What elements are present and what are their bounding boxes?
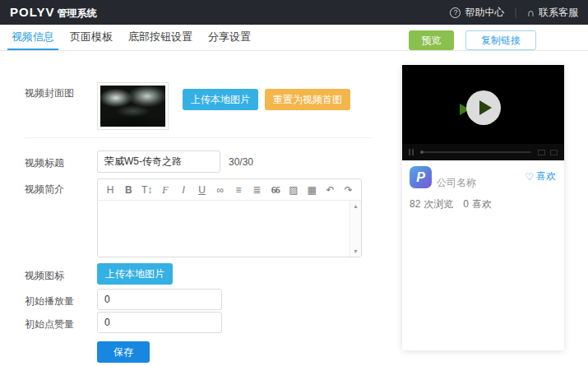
font-family-icon[interactable]: F [158, 185, 173, 195]
volume-icon[interactable] [538, 150, 545, 155]
cover-thumbnail-frame [97, 82, 169, 130]
pause-icon[interactable] [409, 149, 414, 155]
table-icon[interactable]: ▦ [304, 185, 319, 195]
help-icon: ? [450, 7, 461, 18]
editor-toolbar: H B T↕ F I U ∞ ≡ ≣ 66 ▨ ▦ ↶ ↷ [98, 179, 361, 201]
heading-icon[interactable]: H [103, 185, 118, 195]
page: POLYV 管理系统 ? 帮助中心 | ∩ 联系客服 视频信息 页面模板 底部按… [0, 0, 588, 366]
initial-plays-input[interactable] [97, 289, 222, 310]
quote-icon[interactable]: 66 [268, 185, 283, 195]
initial-likes-label: 初始点赞量 [25, 317, 74, 331]
cover-thumbnail-image [100, 86, 165, 127]
header-separator: | [514, 7, 516, 18]
video-icon-label: 视频图标 [25, 269, 64, 283]
image-icon[interactable]: ▨ [286, 185, 301, 195]
header-right: ? 帮助中心 | ∩ 联系客服 [450, 6, 578, 20]
preview-button[interactable]: 预览 [409, 30, 454, 50]
video-player-preview [402, 65, 564, 160]
views-label: 次浏览 [424, 198, 453, 210]
underline-icon[interactable]: U [195, 185, 210, 195]
like-button[interactable]: ♡ 喜欢 [525, 169, 556, 183]
logo-text-bold: POLYV [10, 5, 54, 19]
initial-plays-label: 初始播放量 [25, 294, 74, 308]
company-name: 公司名称 [437, 176, 476, 190]
app-logo: POLYV 管理系统 [10, 5, 96, 21]
views-count: 82 [410, 198, 420, 210]
editor-content-area[interactable]: ▲ ▼ [98, 201, 361, 257]
section-divider [25, 137, 372, 138]
video-stats: 82次浏览0喜欢 [410, 197, 495, 211]
app-header: POLYV 管理系统 ? 帮助中心 | ∩ 联系客服 [0, 0, 588, 25]
tab-bottom-button-settings[interactable]: 底部按钮设置 [124, 25, 197, 50]
player-controls [402, 144, 564, 160]
font-size-icon[interactable]: T↕ [140, 185, 155, 195]
upload-icon-button[interactable]: 上传本地图片 [97, 263, 173, 285]
progress-bar[interactable] [420, 151, 531, 153]
save-button[interactable]: 保存 [97, 341, 150, 363]
contact-service-link[interactable]: 联系客服 [539, 6, 578, 20]
list-icon[interactable]: ≡ [231, 185, 246, 195]
preview-card: P 公司名称 ♡ 喜欢 82次浏览0喜欢 [402, 65, 564, 350]
tab-share-settings[interactable]: 分享设置 [204, 25, 255, 50]
preview-card-body: P 公司名称 ♡ 喜欢 82次浏览0喜欢 [402, 160, 564, 350]
undo-icon[interactable]: ↶ [323, 185, 338, 195]
company-logo: P [410, 166, 432, 188]
align-icon[interactable]: ≣ [249, 185, 264, 195]
play-icon [479, 100, 492, 115]
play-button[interactable] [466, 90, 501, 125]
scroll-down-icon[interactable]: ▼ [353, 248, 359, 254]
likes-label: 喜欢 [472, 198, 492, 210]
video-intro-label: 视频简介 [25, 183, 64, 197]
video-title-label: 视频标题 [25, 156, 64, 170]
player-right-controls [538, 150, 558, 155]
tab-video-info[interactable]: 视频信息 [7, 25, 58, 50]
intro-rich-text-editor: H B T↕ F I U ∞ ≡ ≣ 66 ▨ ▦ ↶ ↷ ▲ ▼ [97, 178, 362, 257]
italic-icon[interactable]: I [176, 185, 191, 195]
editor-scrollbar[interactable]: ▲ ▼ [350, 201, 361, 257]
title-char-counter: 30/30 [229, 156, 253, 168]
help-center-link[interactable]: 帮助中心 [465, 6, 504, 20]
cover-image-label: 视频封面图 [25, 86, 74, 100]
heart-icon: ♡ [525, 171, 534, 183]
copy-link-button[interactable]: 复制链接 [465, 30, 536, 50]
fullscreen-icon[interactable] [550, 150, 558, 155]
initial-likes-input[interactable] [97, 312, 222, 333]
redo-icon[interactable]: ↷ [341, 185, 356, 195]
headset-icon: ∩ [527, 7, 535, 19]
likes-count: 0 [463, 198, 469, 210]
like-button-label: 喜欢 [536, 169, 556, 183]
link-icon[interactable]: ∞ [213, 185, 228, 195]
upload-cover-button[interactable]: 上传本地图片 [183, 89, 258, 110]
tab-page-template[interactable]: 页面模板 [66, 25, 117, 50]
video-title-input[interactable] [97, 151, 220, 173]
reset-cover-button[interactable]: 重置为视频首图 [265, 89, 350, 110]
scroll-up-icon[interactable]: ▲ [353, 203, 359, 209]
bold-icon[interactable]: B [121, 185, 136, 195]
logo-text-rest: 管理系统 [57, 7, 96, 21]
